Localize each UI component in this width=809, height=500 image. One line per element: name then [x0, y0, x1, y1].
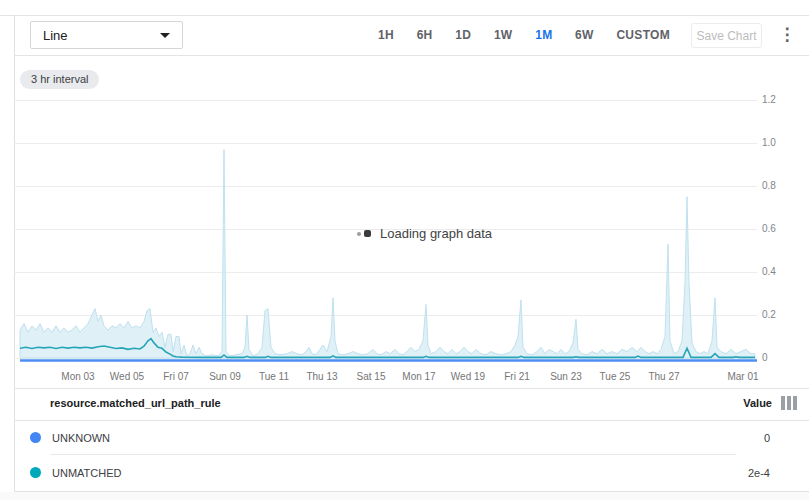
- x-tick-label: Mar 01: [713, 371, 773, 382]
- time-range-group: 1H6H1D1W1M6WCUSTOM: [378, 21, 670, 49]
- series-value: 2e-4: [748, 467, 770, 479]
- table-row-unknown[interactable]: UNKNOWN0: [0, 420, 809, 455]
- time-range-custom[interactable]: CUSTOM: [616, 28, 670, 42]
- time-range-1w[interactable]: 1W: [494, 28, 513, 42]
- time-range-6h[interactable]: 6H: [417, 28, 433, 42]
- table-row-unmatched[interactable]: UNMATCHED2e-4: [0, 455, 809, 490]
- loading-dot-icon: [364, 230, 371, 237]
- columns-icon[interactable]: [781, 396, 797, 410]
- y-tick-label: 0.8: [762, 181, 792, 191]
- y-tick-label: 0: [762, 353, 792, 363]
- toolbar-bottom-border: [14, 55, 809, 56]
- table-value-header[interactable]: Value: [743, 397, 772, 409]
- table-key-header[interactable]: resource.matched_url_path_rule: [50, 397, 221, 409]
- time-range-1h[interactable]: 1H: [378, 28, 394, 42]
- series-color-dot: [30, 432, 41, 443]
- interval-chip: 3 hr interval: [20, 70, 99, 89]
- panel-top-border: [0, 15, 809, 16]
- y-tick-label: 0.4: [762, 267, 792, 277]
- series-label: UNMATCHED: [52, 467, 121, 479]
- y-tick-label: 0.2: [762, 310, 792, 320]
- x-tick-label: Thu 27: [634, 371, 694, 382]
- loading-indicator: Loading graph data: [357, 226, 492, 241]
- y-tick-label: 0.6: [762, 224, 792, 234]
- series-value: 0: [764, 432, 770, 444]
- chart-type-value: Line: [43, 28, 68, 43]
- table-top-border: [14, 388, 809, 389]
- time-range-1m[interactable]: 1M: [535, 28, 552, 42]
- time-range-1d[interactable]: 1D: [455, 28, 471, 42]
- series-color-dot: [30, 467, 41, 478]
- monitoring-chart-panel: Line 1H6H1D1W1M6WCUSTOM Save Chart ⋮ 3 h…: [0, 0, 809, 500]
- chevron-down-icon: [160, 33, 170, 38]
- unmatched-area-series: [20, 150, 755, 359]
- loading-text: Loading graph data: [380, 226, 492, 241]
- y-tick-label: 1.2: [762, 95, 792, 105]
- loading-dot-icon: [357, 232, 361, 236]
- series-label: UNKNOWN: [52, 432, 110, 444]
- time-range-6w[interactable]: 6W: [575, 28, 594, 42]
- more-options-icon[interactable]: ⋮: [777, 24, 797, 46]
- chart-type-select[interactable]: Line: [30, 21, 183, 49]
- y-tick-label: 1.0: [762, 138, 792, 148]
- bottom-strip: [0, 492, 809, 500]
- save-chart-button[interactable]: Save Chart: [691, 23, 762, 48]
